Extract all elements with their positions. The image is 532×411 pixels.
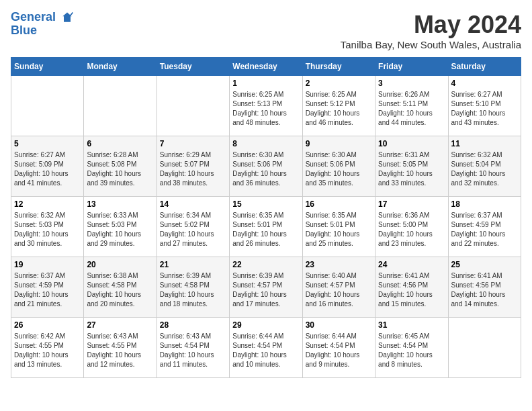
day-number: 12 (14, 199, 81, 209)
calendar-cell: 15 Sunrise: 6:35 AMSunset: 5:01 PMDaylig… (230, 197, 302, 257)
calendar-cell: 8 Sunrise: 6:30 AMSunset: 5:06 PMDayligh… (230, 136, 302, 197)
calendar-cell: 16 Sunrise: 6:35 AMSunset: 5:01 PMDaylig… (302, 197, 375, 257)
calendar-week-row: 19 Sunrise: 6:37 AMSunset: 4:59 PMDaylig… (11, 257, 521, 318)
calendar-cell: 19 Sunrise: 6:37 AMSunset: 4:59 PMDaylig… (11, 257, 84, 318)
day-number: 22 (232, 260, 299, 269)
day-number: 4 (451, 79, 518, 88)
day-number: 10 (378, 139, 445, 148)
cell-info: Sunrise: 6:39 AMSunset: 4:58 PMDaylight:… (160, 271, 226, 309)
calendar-cell: 2 Sunrise: 6:25 AMSunset: 5:12 PMDayligh… (302, 76, 375, 136)
calendar-cell: 24 Sunrise: 6:41 AMSunset: 4:56 PMDaylig… (375, 257, 448, 318)
cell-info: Sunrise: 6:27 AMSunset: 5:09 PMDaylight:… (14, 150, 81, 188)
calendar-cell (11, 76, 84, 136)
cell-info: Sunrise: 6:39 AMSunset: 4:57 PMDaylight:… (232, 271, 299, 309)
cell-info: Sunrise: 6:41 AMSunset: 4:56 PMDaylight:… (378, 271, 445, 309)
cell-info: Sunrise: 6:35 AMSunset: 5:01 PMDaylight:… (232, 211, 299, 248)
day-number: 19 (14, 260, 81, 269)
calendar-cell: 11 Sunrise: 6:32 AMSunset: 5:04 PMDaylig… (448, 136, 521, 197)
logo-text: General (11, 11, 74, 24)
day-number: 21 (160, 260, 226, 269)
cell-info: Sunrise: 6:42 AMSunset: 4:55 PMDaylight:… (14, 332, 81, 369)
day-number: 17 (378, 199, 445, 209)
calendar-cell: 6 Sunrise: 6:28 AMSunset: 5:08 PMDayligh… (84, 136, 157, 197)
day-number: 1 (232, 79, 299, 88)
page-header: General Blue May 2024 Tanilba Bay, New S… (11, 11, 521, 50)
day-number: 15 (232, 199, 299, 209)
month-title: May 2024 (341, 11, 521, 39)
calendar-cell: 4 Sunrise: 6:27 AMSunset: 5:10 PMDayligh… (448, 76, 521, 136)
day-number: 28 (160, 320, 226, 330)
calendar-cell: 10 Sunrise: 6:31 AMSunset: 5:05 PMDaylig… (375, 136, 448, 197)
day-header-monday: Monday (84, 58, 157, 76)
cell-info: Sunrise: 6:27 AMSunset: 5:10 PMDaylight:… (451, 90, 518, 128)
calendar-cell: 20 Sunrise: 6:38 AMSunset: 4:58 PMDaylig… (84, 257, 157, 318)
cell-info: Sunrise: 6:43 AMSunset: 4:54 PMDaylight:… (160, 332, 226, 369)
calendar-cell: 23 Sunrise: 6:40 AMSunset: 4:57 PMDaylig… (302, 257, 375, 318)
cell-info: Sunrise: 6:26 AMSunset: 5:11 PMDaylight:… (378, 90, 445, 128)
day-number: 2 (306, 79, 372, 88)
cell-info: Sunrise: 6:25 AMSunset: 5:12 PMDaylight:… (306, 90, 372, 128)
day-header-saturday: Saturday (448, 58, 521, 76)
calendar-cell: 30 Sunrise: 6:44 AMSunset: 4:54 PMDaylig… (302, 318, 375, 378)
cell-info: Sunrise: 6:43 AMSunset: 4:55 PMDaylight:… (87, 332, 153, 369)
calendar-week-row: 1 Sunrise: 6:25 AMSunset: 5:13 PMDayligh… (11, 76, 521, 136)
calendar-header-row: SundayMondayTuesdayWednesdayThursdayFrid… (11, 58, 521, 76)
cell-info: Sunrise: 6:37 AMSunset: 4:59 PMDaylight:… (451, 211, 518, 248)
day-number: 25 (451, 260, 518, 269)
calendar-cell: 29 Sunrise: 6:44 AMSunset: 4:54 PMDaylig… (230, 318, 302, 378)
calendar-cell: 26 Sunrise: 6:42 AMSunset: 4:55 PMDaylig… (11, 318, 84, 378)
calendar-cell (157, 76, 229, 136)
day-number: 9 (306, 139, 372, 148)
day-number: 26 (14, 320, 81, 330)
calendar-cell: 31 Sunrise: 6:45 AMSunset: 4:54 PMDaylig… (375, 318, 448, 378)
cell-info: Sunrise: 6:41 AMSunset: 4:56 PMDaylight:… (451, 271, 518, 309)
calendar-cell (84, 76, 157, 136)
calendar-cell: 21 Sunrise: 6:39 AMSunset: 4:58 PMDaylig… (157, 257, 229, 318)
calendar-week-row: 26 Sunrise: 6:42 AMSunset: 4:55 PMDaylig… (11, 318, 521, 378)
day-number: 6 (87, 139, 153, 148)
cell-info: Sunrise: 6:30 AMSunset: 5:06 PMDaylight:… (306, 150, 372, 188)
calendar-cell: 3 Sunrise: 6:26 AMSunset: 5:11 PMDayligh… (375, 76, 448, 136)
day-number: 8 (232, 139, 299, 148)
calendar-cell: 1 Sunrise: 6:25 AMSunset: 5:13 PMDayligh… (230, 76, 302, 136)
day-number: 13 (87, 199, 153, 209)
calendar-week-row: 5 Sunrise: 6:27 AMSunset: 5:09 PMDayligh… (11, 136, 521, 197)
day-number: 5 (14, 139, 81, 148)
cell-info: Sunrise: 6:35 AMSunset: 5:01 PMDaylight:… (306, 211, 372, 248)
day-number: 7 (160, 139, 226, 148)
cell-info: Sunrise: 6:31 AMSunset: 5:05 PMDaylight:… (378, 150, 445, 188)
day-number: 27 (87, 320, 153, 330)
day-number: 31 (378, 320, 445, 330)
day-number: 24 (378, 260, 445, 269)
day-number: 29 (232, 320, 299, 330)
calendar-cell: 27 Sunrise: 6:43 AMSunset: 4:55 PMDaylig… (84, 318, 157, 378)
calendar-table: SundayMondayTuesdayWednesdayThursdayFrid… (11, 57, 521, 378)
cell-info: Sunrise: 6:36 AMSunset: 5:00 PMDaylight:… (378, 211, 445, 248)
cell-info: Sunrise: 6:44 AMSunset: 4:54 PMDaylight:… (232, 332, 299, 369)
day-header-sunday: Sunday (11, 58, 84, 76)
calendar-cell: 17 Sunrise: 6:36 AMSunset: 5:00 PMDaylig… (375, 197, 448, 257)
day-number: 11 (451, 139, 518, 148)
cell-info: Sunrise: 6:28 AMSunset: 5:08 PMDaylight:… (87, 150, 153, 188)
day-number: 3 (378, 79, 445, 88)
day-number: 20 (87, 260, 153, 269)
logo: General Blue (11, 11, 74, 38)
day-header-wednesday: Wednesday (230, 58, 302, 76)
cell-info: Sunrise: 6:44 AMSunset: 4:54 PMDaylight:… (306, 332, 372, 369)
day-number: 16 (306, 199, 372, 209)
logo-icon (60, 11, 74, 24)
cell-info: Sunrise: 6:45 AMSunset: 4:54 PMDaylight:… (378, 332, 445, 369)
location: Tanilba Bay, New South Wales, Australia (341, 39, 521, 50)
cell-info: Sunrise: 6:40 AMSunset: 4:57 PMDaylight:… (306, 271, 372, 309)
day-header-tuesday: Tuesday (157, 58, 229, 76)
day-number: 18 (451, 199, 518, 209)
calendar-cell: 28 Sunrise: 6:43 AMSunset: 4:54 PMDaylig… (157, 318, 229, 378)
calendar-cell: 22 Sunrise: 6:39 AMSunset: 4:57 PMDaylig… (230, 257, 302, 318)
calendar-cell: 18 Sunrise: 6:37 AMSunset: 4:59 PMDaylig… (448, 197, 521, 257)
cell-info: Sunrise: 6:32 AMSunset: 5:04 PMDaylight:… (451, 150, 518, 188)
calendar-cell: 5 Sunrise: 6:27 AMSunset: 5:09 PMDayligh… (11, 136, 84, 197)
calendar-cell: 13 Sunrise: 6:33 AMSunset: 5:03 PMDaylig… (84, 197, 157, 257)
title-section: May 2024 Tanilba Bay, New South Wales, A… (341, 11, 521, 50)
day-header-friday: Friday (375, 58, 448, 76)
calendar-cell: 25 Sunrise: 6:41 AMSunset: 4:56 PMDaylig… (448, 257, 521, 318)
